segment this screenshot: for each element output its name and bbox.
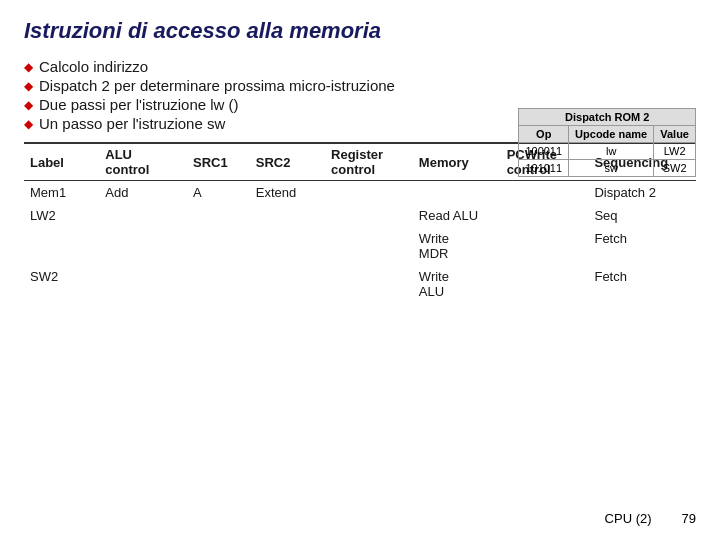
table-row-write-mdr: Write MDR Fetch xyxy=(24,227,696,265)
bullet-item-1: ◆ Calcolo indirizzo xyxy=(24,58,696,75)
cell-src1-lw2 xyxy=(187,204,250,227)
cell-alu-lw2 xyxy=(99,204,187,227)
dispatch-rom-col-value: Value xyxy=(654,126,696,143)
cell-mem-sw2: Write ALU xyxy=(413,265,501,303)
cell-reg-mem1 xyxy=(325,181,413,205)
cell-label-writemdr xyxy=(24,227,99,265)
slide-title: Istruzioni di accesso alla memoria xyxy=(24,18,696,44)
table-row-mem1: Mem1 Add A Extend Dispatch 2 xyxy=(24,181,696,205)
cell-reg-writemdr xyxy=(325,227,413,265)
cell-seq-mem1: Dispatch 2 xyxy=(588,181,696,205)
cell-pcwrite-mem1 xyxy=(501,181,589,205)
bullet-icon-4: ◆ xyxy=(24,117,33,131)
col-src2: SRC2 xyxy=(250,143,325,181)
cell-alu-sw2 xyxy=(99,265,187,303)
cell-label-sw2: SW2 xyxy=(24,265,99,303)
cell-src2-lw2 xyxy=(250,204,325,227)
dispatch-rom-value-2: SW2 xyxy=(654,160,696,177)
col-memory: Memory xyxy=(413,143,501,181)
footer: CPU (2) 79 xyxy=(605,511,696,526)
cell-src2-sw2 xyxy=(250,265,325,303)
bullet-icon-2: ◆ xyxy=(24,79,33,93)
table-row-sw2: SW2 Write ALU Fetch xyxy=(24,265,696,303)
col-src1: SRC1 xyxy=(187,143,250,181)
cell-reg-sw2 xyxy=(325,265,413,303)
dispatch-rom-value-1: LW2 xyxy=(654,143,696,160)
cell-mem-mem1 xyxy=(413,181,501,205)
bullet-icon-1: ◆ xyxy=(24,60,33,74)
cell-reg-lw2 xyxy=(325,204,413,227)
table-row-lw2: LW2 Read ALU Seq xyxy=(24,204,696,227)
dispatch-rom-name-1: lw xyxy=(569,143,654,160)
cell-seq-sw2: Fetch xyxy=(588,265,696,303)
bullet-text-3: Due passi per l'istruzione lw () xyxy=(39,96,239,113)
dispatch-rom-name-2: sw xyxy=(569,160,654,177)
cell-pcwrite-lw2 xyxy=(501,204,589,227)
page-number: 79 xyxy=(682,511,696,526)
slide-container: Istruzioni di accesso alla memoria ◆ Cal… xyxy=(0,0,720,540)
dispatch-rom-col-op: Op xyxy=(519,126,569,143)
cell-src2-writemdr xyxy=(250,227,325,265)
cell-src1-sw2 xyxy=(187,265,250,303)
bullet-item-2: ◆ Dispatch 2 per determinare prossima mi… xyxy=(24,77,696,94)
cell-src1-mem1: A xyxy=(187,181,250,205)
cell-seq-lw2: Seq xyxy=(588,204,696,227)
dispatch-rom-row-1: 100011 lw LW2 xyxy=(519,143,696,160)
cell-pcwrite-writemdr xyxy=(501,227,589,265)
dispatch-rom-title: Dispatch ROM 2 xyxy=(519,109,696,126)
cell-label-mem1: Mem1 xyxy=(24,181,99,205)
dispatch-rom-table: Dispatch ROM 2 Op Upcode name Value 1000… xyxy=(518,108,696,177)
footer-label: CPU (2) xyxy=(605,511,652,526)
cell-label-lw2: LW2 xyxy=(24,204,99,227)
cell-src2-mem1: Extend xyxy=(250,181,325,205)
cell-seq-writemdr: Fetch xyxy=(588,227,696,265)
cell-src1-writemdr xyxy=(187,227,250,265)
bullet-text-2: Dispatch 2 per determinare prossima micr… xyxy=(39,77,395,94)
cell-pcwrite-sw2 xyxy=(501,265,589,303)
col-alu: ALUcontrol xyxy=(99,143,187,181)
bullet-icon-3: ◆ xyxy=(24,98,33,112)
dispatch-rom-row-2: 101011 sw SW2 xyxy=(519,160,696,177)
dispatch-rom-col-name: Upcode name xyxy=(569,126,654,143)
dispatch-rom-op-2: 101011 xyxy=(519,160,569,177)
bullet-text-4: Un passo per l'istruzione sw xyxy=(39,115,225,132)
col-label: Label xyxy=(24,143,99,181)
bullet-text-1: Calcolo indirizzo xyxy=(39,58,148,75)
dispatch-rom-op-1: 100011 xyxy=(519,143,569,160)
cell-alu-writemdr xyxy=(99,227,187,265)
cell-mem-lw2: Read ALU xyxy=(413,204,501,227)
cell-mem-writemdr: Write MDR xyxy=(413,227,501,265)
cell-alu-mem1: Add xyxy=(99,181,187,205)
col-reg: Registercontrol xyxy=(325,143,413,181)
